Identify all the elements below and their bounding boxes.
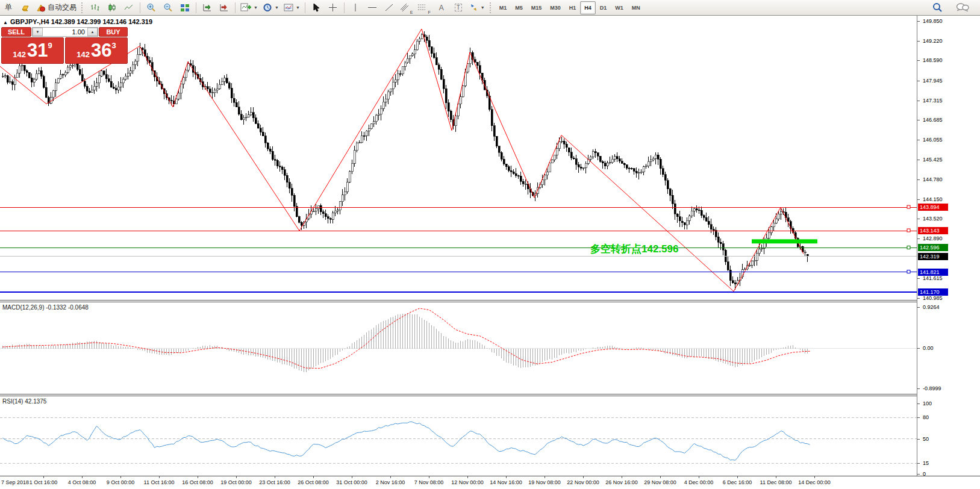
timeframe-mn-button[interactable]: MN	[628, 1, 644, 14]
price-chart-canvas[interactable]	[0, 16, 917, 300]
timeframe-h1-button[interactable]: H1	[565, 1, 581, 14]
add-indicator-icon	[240, 3, 251, 13]
horizontal-line-icon	[367, 3, 377, 12]
time-axis-label: 1 Oct 16:00	[30, 479, 58, 485]
bar-chart-button[interactable]	[87, 1, 104, 15]
line-chart-button[interactable]	[120, 1, 137, 15]
chart-shift-button[interactable]	[216, 1, 233, 15]
autotrade-icon	[36, 4, 46, 12]
templates-dropdown-button[interactable]: ▼	[281, 1, 302, 15]
chat-icon[interactable]	[956, 2, 969, 13]
indicators-dropdown-button[interactable]: ▼	[238, 1, 260, 15]
price-axis-tick: 141.615	[923, 275, 943, 281]
time-axis-label: 14 Dec 00:00	[798, 479, 831, 485]
sell-price-box[interactable]: 142 31 9	[1, 37, 64, 64]
rsi-line	[3, 422, 810, 460]
arrows-icon	[469, 3, 478, 12]
price-axis-tick: 140.985	[923, 295, 943, 301]
time-axis-label: 11 Dec 08:00	[760, 479, 792, 485]
macd-canvas[interactable]	[0, 302, 917, 394]
sell-price-pips: 31	[27, 39, 48, 62]
time-axis-label: 4 Oct 08:00	[68, 479, 96, 485]
buy-price-box[interactable]: 142 36 3	[65, 37, 128, 64]
time-axis-label: 26 Oct 08:00	[298, 479, 329, 485]
arrows-dropdown-button[interactable]: ▼	[467, 1, 487, 15]
macd-axis-tick: -0.8999	[923, 385, 941, 391]
time-axis[interactable]: 7 Sep 20181 Oct 16:004 Oct 08:009 Oct 00…	[0, 476, 980, 489]
time-axis-label: 22 Nov 00:00	[567, 479, 599, 485]
new-order-button[interactable]: 单	[0, 1, 17, 15]
volume-increase-button[interactable]: ▲	[87, 28, 98, 36]
auto-scroll-button[interactable]	[199, 1, 216, 15]
price-axis[interactable]: 149.850149.220148.590147.945147.315146.6…	[917, 16, 980, 476]
timeframe-m30-button[interactable]: M30	[546, 1, 565, 14]
line-handle	[907, 246, 910, 249]
trendline-button[interactable]	[381, 1, 398, 15]
equidistant-channel-button[interactable]: E	[398, 1, 416, 15]
toolbar-separator	[305, 2, 305, 13]
time-axis-label: 4 Dec 00:00	[684, 479, 714, 485]
fibonacci-button[interactable]: F	[415, 1, 432, 15]
toolbar-separator	[235, 2, 236, 13]
search-icon[interactable]	[932, 2, 943, 13]
price-axis-tick: 149.850	[923, 18, 943, 24]
rsi-label: RSI(14) 42.1375	[2, 398, 46, 405]
volume-value[interactable]: 1.00	[43, 28, 87, 36]
price-axis-tick: 143.520	[923, 216, 943, 222]
text-label-button[interactable]: T	[450, 1, 467, 15]
horizontal-line-button[interactable]	[364, 1, 381, 15]
chart-shift-icon	[219, 3, 229, 12]
toolbar-separator	[140, 2, 140, 13]
collapse-panel-icon[interactable]: ▲	[3, 20, 8, 25]
zoom-in-button[interactable]	[143, 1, 160, 15]
candlestick-chart-button[interactable]	[104, 1, 120, 15]
price-flag-143.143: 143.143	[918, 227, 948, 234]
timeframe-h4-button[interactable]: H4	[580, 1, 596, 14]
text-button[interactable]: A	[433, 1, 450, 15]
price-axis-tick: 148.590	[923, 57, 943, 63]
cursor-button[interactable]	[308, 1, 325, 15]
macd-pane: MACD(12,26,9) -0.1332 -0.0648	[0, 302, 917, 394]
timeframe-d1-button[interactable]: D1	[596, 1, 611, 14]
turning-point-annotation: 多空转折点142.596	[590, 242, 678, 256]
price-axis-tick: 142.890	[923, 235, 943, 241]
one-click-trade-panel: SELL ▼ 1.00 ▲ BUY 142 31 9 142	[1, 27, 128, 64]
toolbar: 单 自动交易	[0, 0, 980, 16]
vertical-line-button[interactable]	[347, 1, 364, 15]
rsi-canvas[interactable]	[0, 396, 917, 476]
crosshair-button[interactable]	[325, 1, 342, 15]
market-watch-button[interactable]	[17, 1, 34, 15]
price-axis-tick: 147.315	[923, 98, 943, 104]
timeframe-w1-button[interactable]: W1	[611, 1, 628, 14]
time-axis-label: 9 Oct 00:00	[107, 479, 135, 485]
tile-windows-button[interactable]	[176, 1, 193, 15]
buy-button[interactable]: BUY	[99, 27, 128, 37]
sell-button[interactable]: SELL	[1, 27, 31, 37]
label-tool-letter: T	[455, 4, 462, 11]
rsi-pane: RSI(14) 42.1375	[0, 396, 917, 476]
sell-price-whole: 142	[13, 50, 26, 59]
price-axis-tick: 144.780	[923, 176, 943, 182]
zoom-out-button[interactable]	[160, 1, 176, 15]
zoom-out-icon	[163, 3, 173, 12]
trading-terminal-window: 单 自动交易	[0, 0, 980, 489]
timeframe-m15-button[interactable]: M15	[527, 1, 546, 14]
toolbar-grip	[490, 2, 493, 13]
rsi-axis-tick: 100	[923, 400, 932, 406]
autotrade-label: 自动交易	[48, 2, 76, 13]
timeframe-m5-button[interactable]: M5	[511, 1, 527, 14]
volume-decrease-button[interactable]: ▼	[33, 28, 43, 36]
time-axis-label: 12 Nov 00:00	[451, 479, 484, 485]
price-pane: ▲GBPJPY-,H4 142.389 142.399 142.146 142.…	[0, 16, 917, 300]
dropdown-caret-icon: ▼	[275, 5, 279, 10]
rsi-axis-tick: 0	[923, 471, 926, 477]
chart-region: ▲GBPJPY-,H4 142.389 142.399 142.146 142.…	[0, 16, 980, 489]
zoom-in-icon	[146, 3, 156, 12]
autotrade-button[interactable]: 自动交易	[34, 1, 79, 15]
time-axis-label: 31 Oct 00:00	[336, 479, 367, 485]
periods-dropdown-button[interactable]: ▼	[260, 1, 281, 15]
rsi-axis-tick: 15	[923, 460, 929, 466]
macd-axis-tick: 0.00	[923, 345, 934, 351]
timeframe-m1-button[interactable]: M1	[495, 1, 511, 14]
sell-price-sup: 9	[48, 41, 52, 50]
